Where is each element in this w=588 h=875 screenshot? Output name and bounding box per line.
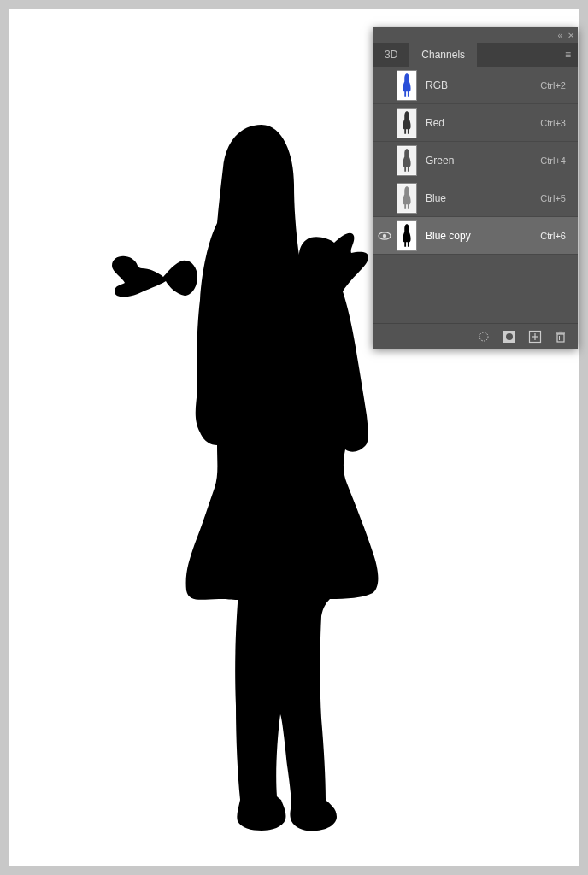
eye-icon — [378, 232, 391, 240]
channel-name: Blue — [426, 192, 540, 204]
channel-row-blue-copy[interactable]: Blue copy Ctrl+6 — [373, 217, 578, 255]
mask-icon[interactable] — [503, 330, 516, 344]
channel-row-rgb[interactable]: RGB Ctrl+2 — [373, 67, 578, 104]
channel-row-red[interactable]: Red Ctrl+3 — [373, 104, 578, 142]
channel-row-green[interactable]: Green Ctrl+4 — [373, 142, 578, 179]
channel-thumbnail — [397, 145, 417, 176]
channel-name: Red — [426, 117, 540, 129]
channel-name: RGB — [426, 79, 540, 91]
close-icon[interactable]: ✕ — [567, 31, 574, 40]
visibility-toggle[interactable] — [373, 232, 397, 240]
collapse-icon[interactable]: « — [557, 31, 562, 40]
panel-tabs: 3D Channels ≡ — [373, 43, 578, 67]
svg-rect-13 — [557, 334, 564, 342]
svg-point-7 — [479, 332, 488, 341]
channels-panel: « ✕ 3D Channels ≡ RGB Ctrl+2 Red Ctrl+3 — [373, 27, 578, 349]
tab-3d[interactable]: 3D — [373, 43, 409, 67]
channel-name: Green — [426, 155, 540, 167]
panel-top-bar: « ✕ — [373, 27, 578, 43]
delete-icon[interactable] — [554, 330, 567, 344]
new-channel-icon[interactable] — [528, 330, 542, 344]
silhouette-image — [108, 125, 381, 834]
channel-shortcut: Ctrl+2 — [540, 80, 571, 91]
svg-point-5 — [383, 233, 386, 237]
channel-shortcut: Ctrl+4 — [540, 156, 571, 166]
selection-to-channel-icon[interactable] — [477, 330, 491, 344]
channels-list: RGB Ctrl+2 Red Ctrl+3 Green Ctrl+4 Blue — [373, 67, 578, 323]
panel-menu-icon[interactable]: ≡ — [558, 43, 578, 67]
channel-thumbnail — [397, 108, 417, 138]
tab-channels[interactable]: Channels — [409, 43, 477, 67]
panel-empty-area — [373, 255, 578, 323]
svg-point-9 — [506, 333, 513, 340]
channel-thumbnail — [397, 220, 417, 251]
channel-row-blue[interactable]: Blue Ctrl+5 — [373, 179, 578, 217]
channel-name: Blue copy — [426, 230, 540, 242]
channel-thumbnail — [397, 70, 417, 101]
panel-footer — [373, 323, 578, 349]
channel-shortcut: Ctrl+6 — [540, 231, 571, 241]
channel-shortcut: Ctrl+5 — [540, 193, 571, 203]
channel-thumbnail — [397, 183, 417, 214]
channel-shortcut: Ctrl+3 — [540, 118, 571, 128]
